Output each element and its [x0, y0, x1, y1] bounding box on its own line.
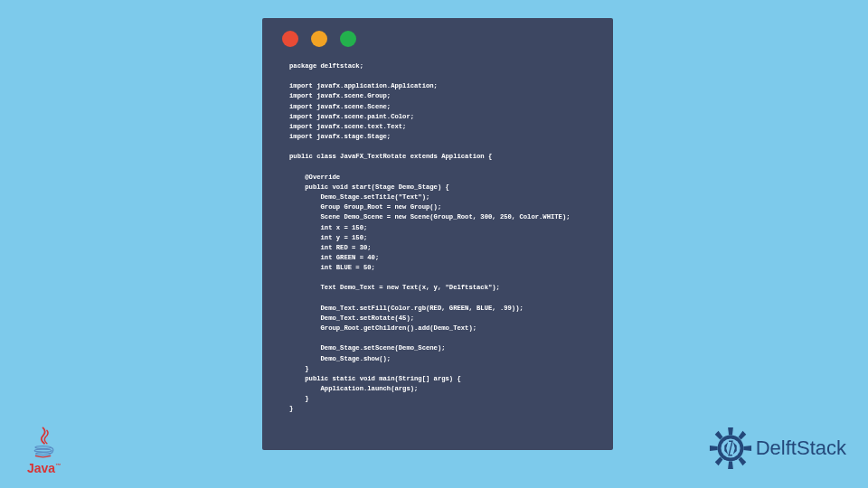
java-cup-icon — [31, 427, 58, 459]
close-icon[interactable] — [282, 31, 298, 47]
delftstack-logo: DelftStack — [709, 427, 846, 470]
code-window: package delftstack; import javafx.applic… — [262, 18, 613, 450]
svg-point-2 — [35, 453, 50, 455]
minimize-icon[interactable] — [311, 31, 327, 47]
java-label: Java™ — [27, 461, 61, 475]
delftstack-label: DelftStack — [756, 436, 846, 460]
code-block: package delftstack; import javafx.applic… — [289, 61, 595, 414]
svg-point-0 — [34, 446, 50, 449]
window-controls — [282, 31, 356, 47]
svg-point-1 — [34, 449, 52, 452]
maximize-icon[interactable] — [340, 31, 356, 47]
java-logo: Java™ — [27, 427, 61, 475]
delftstack-gear-icon — [709, 427, 752, 470]
